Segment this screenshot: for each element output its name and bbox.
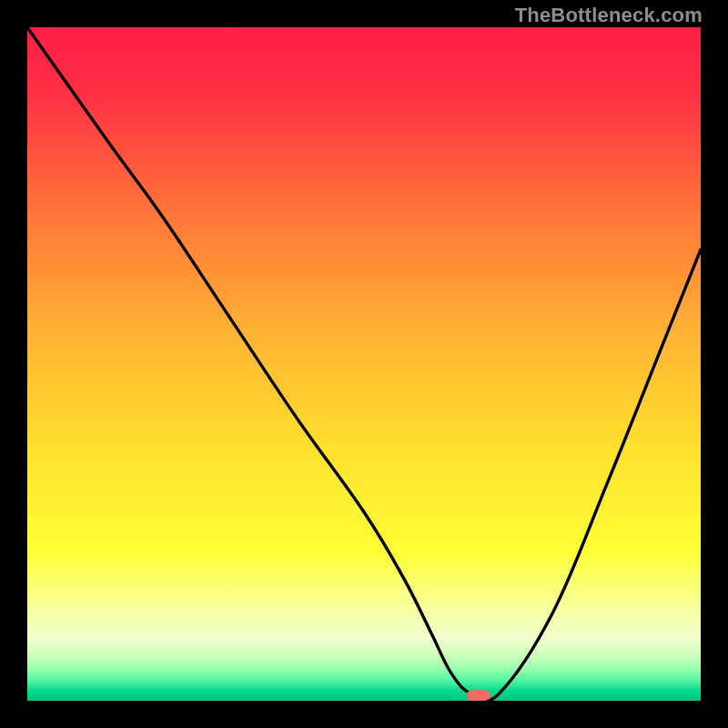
chart-frame: TheBottleneck.com xyxy=(0,0,728,728)
plot-area xyxy=(27,27,701,701)
watermark-label: TheBottleneck.com xyxy=(515,4,703,27)
bottleneck-chart xyxy=(27,27,701,701)
gradient-background xyxy=(27,27,701,701)
